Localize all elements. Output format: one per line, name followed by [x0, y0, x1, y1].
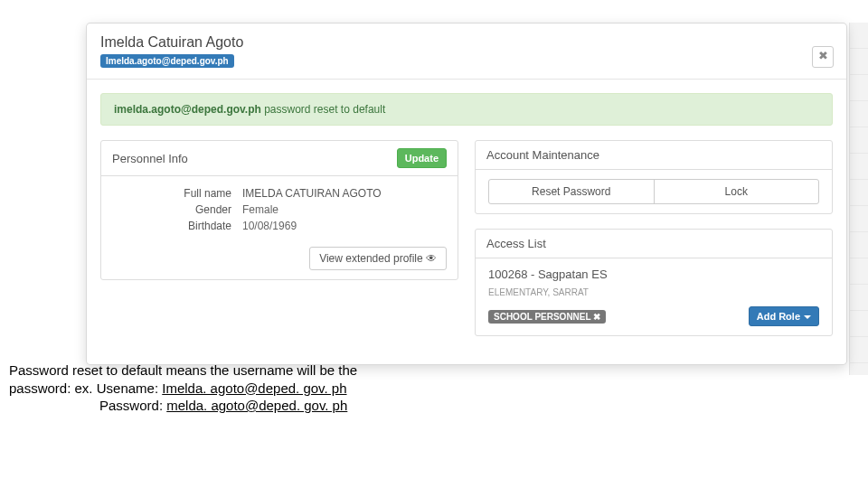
caption-password-link: melda. agoto@deped. gov. ph: [166, 398, 347, 413]
access-list-panel: Access List 100268 - Sagpatan ES ELEMENT…: [475, 229, 833, 336]
background-list-strip: [849, 23, 868, 375]
panel-title: Personnel Info: [112, 152, 188, 165]
modal-header: Imelda Catuiran Agoto Imelda.agoto@deped…: [87, 23, 846, 80]
personnel-info-panel: Personnel Info Update Full name Gender B…: [100, 140, 458, 280]
gender-value: Female: [242, 202, 382, 218]
access-sub: ELEMENTARY, SARRAT: [488, 287, 589, 297]
birthdate-label: Birthdate: [114, 218, 231, 234]
role-badge[interactable]: SCHOOL PERSONNEL ✖: [488, 310, 606, 324]
alert-text: password reset to default: [261, 103, 385, 116]
account-maintenance-panel: Account Maintenance Reset Password Lock: [475, 140, 833, 214]
modal-title: Imelda Catuiran Agoto: [100, 34, 833, 51]
panel-title: Access List: [486, 237, 546, 250]
reset-password-button[interactable]: Reset Password: [489, 180, 654, 203]
birthdate-value: 10/08/1969: [242, 218, 382, 234]
add-role-label: Add Role: [757, 311, 800, 322]
access-school: 100268 - Sagpatan ES: [488, 267, 819, 281]
update-button[interactable]: Update: [397, 148, 447, 168]
success-alert: imelda.agoto@deped.gov.ph password reset…: [100, 93, 833, 126]
add-role-button[interactable]: Add Role: [749, 306, 819, 326]
user-modal: Imelda Catuiran Agoto Imelda.agoto@deped…: [86, 23, 847, 365]
modal-close-button[interactable]: ✖: [812, 46, 834, 68]
caption-username-link: Imelda. agoto@deped. gov. ph: [162, 380, 346, 396]
gender-label: Gender: [114, 202, 231, 218]
view-extended-profile-button[interactable]: View extended profile 👁: [309, 247, 447, 270]
caption-line2a: password: ex. Usename:: [9, 380, 162, 396]
account-button-group: Reset Password Lock: [488, 179, 819, 204]
fullname-value: IMELDA CATUIRAN AGOTO: [242, 185, 382, 202]
email-tag: Imelda.agoto@deped.gov.ph: [100, 54, 234, 68]
caret-down-icon: [804, 315, 811, 319]
lock-button[interactable]: Lock: [654, 180, 819, 203]
panel-title: Account Maintenance: [486, 148, 599, 162]
caption-line3a: Password:: [9, 398, 166, 413]
modal-body: imelda.agoto@deped.gov.ph password reset…: [87, 80, 846, 364]
caption-line1: Password reset to default means the user…: [9, 362, 357, 378]
alert-email: imelda.agoto@deped.gov.ph: [114, 103, 261, 116]
explainer-caption: Password reset to default means the user…: [9, 361, 443, 415]
fullname-label: Full name: [114, 185, 231, 202]
